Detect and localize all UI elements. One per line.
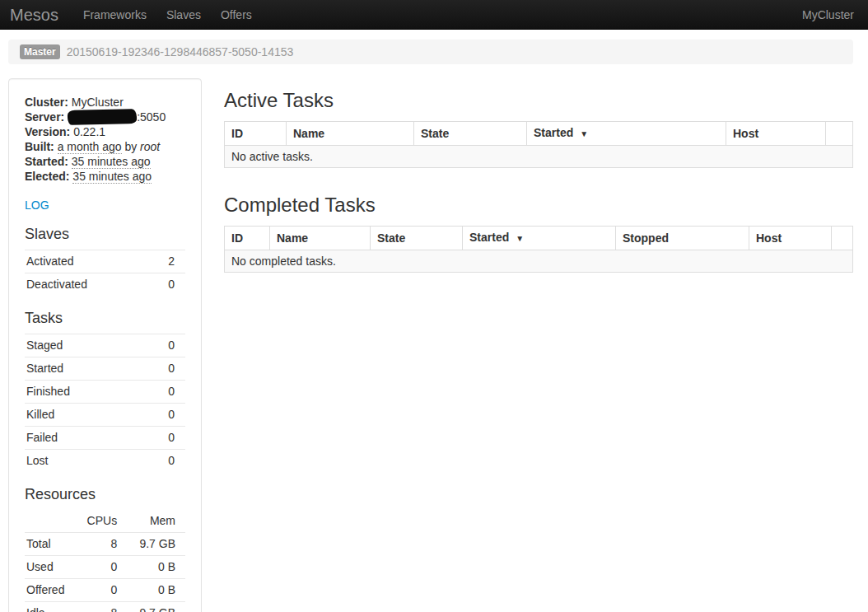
resources-total-mem: 9.7 GB <box>127 533 185 556</box>
built-user: root <box>140 140 160 153</box>
active-tasks-title: Active Tasks <box>224 88 853 113</box>
table-header-row: ID Name State Started ▼ Stopped Host <box>225 227 853 250</box>
nav-item-offers[interactable]: Offers <box>211 0 262 30</box>
master-badge: Master <box>20 44 60 59</box>
started-info-line: Started: 35 minutes ago <box>25 154 185 169</box>
version-value: 0.22.1 <box>73 125 105 138</box>
redacted-server-address <box>68 109 137 125</box>
top-navbar: Mesos Frameworks Slaves Offers MyCluster <box>0 0 868 30</box>
active-col-host[interactable]: Host <box>726 122 826 146</box>
cluster-label: Cluster: <box>25 96 68 109</box>
server-port: :5050 <box>137 110 166 124</box>
active-tasks-table: ID Name State Started ▼ Host No active t… <box>224 121 853 168</box>
tasks-lost-label: Lost <box>25 450 139 473</box>
active-col-actions <box>826 122 853 146</box>
tasks-started-label: Started <box>25 357 139 381</box>
resources-offered-mem: 0 B <box>127 579 185 602</box>
tasks-killed-label: Killed <box>25 404 139 427</box>
table-row: No completed tasks. <box>225 250 853 273</box>
resources-cpus-header: CPUs <box>76 510 127 533</box>
completed-col-state[interactable]: State <box>371 227 463 250</box>
slaves-activated-label: Activated <box>25 250 149 273</box>
active-col-started-label: Started <box>534 126 573 139</box>
slaves-section-title: Slaves <box>25 225 185 243</box>
completed-col-host[interactable]: Host <box>749 227 832 250</box>
resources-used-label: Used <box>25 556 76 579</box>
table-row: CPUs Mem <box>25 510 185 533</box>
nav-item-frameworks[interactable]: Frameworks <box>73 0 156 30</box>
built-label: Built: <box>25 140 54 153</box>
tasks-table: Staged 0 Started 0 Finished 0 Killed 0 <box>25 334 185 472</box>
sort-desc-icon: ▼ <box>580 129 588 138</box>
master-id: 20150619-192346-1298446857-5050-14153 <box>67 45 294 58</box>
tasks-started-value: 0 <box>139 357 185 381</box>
completed-col-started[interactable]: Started ▼ <box>463 227 616 250</box>
table-row: Offered 0 0 B <box>25 579 185 602</box>
active-col-started[interactable]: Started ▼ <box>527 122 726 146</box>
elected-label: Elected: <box>25 170 69 183</box>
server-label: Server: <box>25 110 64 124</box>
completed-tasks-title: Completed Tasks <box>224 193 853 217</box>
slaves-activated-value: 2 <box>149 250 185 273</box>
nav-item-slaves[interactable]: Slaves <box>156 0 211 30</box>
table-row: Deactivated 0 <box>25 273 185 297</box>
completed-col-id[interactable]: ID <box>225 227 270 250</box>
navbar-cluster-name: MyCluster <box>802 8 868 21</box>
resources-total-label: Total <box>25 533 76 556</box>
table-header-row: ID Name State Started ▼ Host <box>225 122 853 146</box>
table-row: Started 0 <box>25 357 185 381</box>
table-row: Idle 8 9.7 GB <box>25 602 185 612</box>
cluster-value: MyCluster <box>72 96 124 109</box>
tasks-failed-label: Failed <box>25 427 139 450</box>
elected-info-line: Elected: 35 minutes ago <box>25 169 185 184</box>
resources-offered-cpus: 0 <box>76 579 127 602</box>
table-row: Total 8 9.7 GB <box>25 533 185 556</box>
server-info-line: Server: :5050 <box>25 110 185 124</box>
completed-col-actions <box>832 227 853 250</box>
completed-tasks-empty-message: No completed tasks. <box>225 250 853 273</box>
tasks-staged-label: Staged <box>25 334 139 357</box>
active-tasks-empty-message: No active tasks. <box>225 146 853 168</box>
built-by-word: by <box>124 140 137 153</box>
tasks-lost-value: 0 <box>139 450 185 473</box>
resources-section-title: Resources <box>25 485 185 503</box>
completed-tasks-table: ID Name State Started ▼ Stopped Host <box>224 226 853 273</box>
completed-col-started-label: Started <box>469 231 509 244</box>
resources-mem-header: Mem <box>127 510 185 533</box>
page-container: Master 20150619-192346-1298446857-5050-1… <box>8 40 853 612</box>
resources-used-mem: 0 B <box>127 556 185 579</box>
started-label: Started: <box>25 155 68 168</box>
table-row: Lost 0 <box>25 450 185 473</box>
resources-total-cpus: 8 <box>76 533 127 556</box>
resources-idle-mem: 9.7 GB <box>127 602 185 612</box>
tasks-killed-value: 0 <box>139 404 185 427</box>
active-col-id[interactable]: ID <box>225 122 287 146</box>
sort-desc-icon: ▼ <box>516 234 524 243</box>
completed-col-stopped[interactable]: Stopped <box>616 227 749 250</box>
main-content: Active Tasks ID Name State Started ▼ <box>224 78 853 612</box>
navbar-menu: Frameworks Slaves Offers <box>73 0 262 30</box>
active-col-name[interactable]: Name <box>287 122 414 146</box>
log-link[interactable]: LOG <box>25 199 49 212</box>
version-info-line: Version: 0.22.1 <box>25 124 185 139</box>
table-row: No active tasks. <box>225 146 853 168</box>
slaves-deactivated-label: Deactivated <box>25 273 149 297</box>
table-row: Staged 0 <box>25 334 185 357</box>
built-timeago: a month ago <box>58 140 122 154</box>
table-row: Used 0 0 B <box>25 556 185 579</box>
tasks-failed-value: 0 <box>139 427 185 450</box>
elected-timeago: 35 minutes ago <box>72 170 152 184</box>
table-row: Activated 2 <box>25 250 185 273</box>
brand-mesos[interactable]: Mesos <box>0 0 73 30</box>
table-row: Failed 0 <box>25 427 185 450</box>
table-row: Killed 0 <box>25 404 185 427</box>
slaves-table: Activated 2 Deactivated 0 <box>25 250 185 296</box>
active-col-state[interactable]: State <box>414 122 527 146</box>
completed-col-name[interactable]: Name <box>270 227 371 250</box>
tasks-section-title: Tasks <box>25 309 185 327</box>
version-label: Version: <box>25 125 70 138</box>
breadcrumb: Master 20150619-192346-1298446857-5050-1… <box>8 40 853 64</box>
resources-idle-cpus: 8 <box>76 602 127 612</box>
resources-used-cpus: 0 <box>76 556 127 579</box>
slaves-deactivated-value: 0 <box>149 273 185 297</box>
